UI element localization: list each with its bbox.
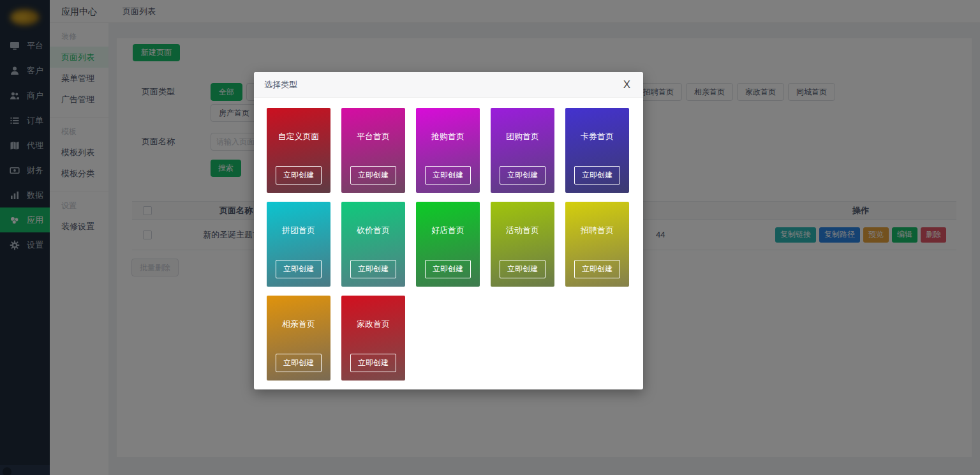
type-card-groupbuy[interactable]: 团购首页 立即创建 <box>491 108 554 193</box>
type-card-platform[interactable]: 平台首页 立即创建 <box>341 108 405 193</box>
create-now-button[interactable]: 立即创建 <box>574 166 620 185</box>
type-card-pintuan[interactable]: 拼团首页 立即创建 <box>267 202 330 287</box>
create-now-button[interactable]: 立即创建 <box>276 166 322 185</box>
type-card-title: 团购首页 <box>506 131 539 142</box>
type-card-title: 活动首页 <box>506 225 539 236</box>
create-now-button[interactable]: 立即创建 <box>350 354 396 372</box>
type-card-flashsale[interactable]: 抢购首页 立即创建 <box>416 108 480 193</box>
type-card-dating[interactable]: 相亲首页 立即创建 <box>267 296 330 381</box>
type-card-grid: 自定义页面 立即创建 平台首页 立即创建 抢购首页 立即创建 团购首页 立即创建… <box>254 98 643 391</box>
type-card-recruit[interactable]: 招聘首页 立即创建 <box>565 202 629 287</box>
modal-title: 选择类型 <box>264 79 297 91</box>
create-now-button[interactable]: 立即创建 <box>425 260 471 278</box>
create-now-button[interactable]: 立即创建 <box>500 166 546 185</box>
type-card-title: 卡券首页 <box>581 131 614 142</box>
type-card-title: 砍价首页 <box>357 225 390 236</box>
type-card-goodshop[interactable]: 好店首页 立即创建 <box>416 202 480 287</box>
create-now-button[interactable]: 立即创建 <box>425 166 471 185</box>
type-card-title: 自定义页面 <box>278 131 320 142</box>
create-now-button[interactable]: 立即创建 <box>276 354 322 372</box>
type-card-coupon[interactable]: 卡券首页 立即创建 <box>565 108 629 193</box>
create-now-button[interactable]: 立即创建 <box>574 260 620 278</box>
type-card-housekeeping[interactable]: 家政首页 立即创建 <box>341 296 405 381</box>
close-icon[interactable]: X <box>621 78 633 91</box>
create-now-button[interactable]: 立即创建 <box>500 260 546 278</box>
type-card-activity[interactable]: 活动首页 立即创建 <box>491 202 554 287</box>
type-card-title: 招聘首页 <box>581 225 614 236</box>
select-type-modal: 选择类型 X 自定义页面 立即创建 平台首页 立即创建 抢购首页 立即创建 团购… <box>254 72 643 389</box>
type-card-title: 好店首页 <box>431 225 464 236</box>
type-card-custom[interactable]: 自定义页面 立即创建 <box>267 108 330 193</box>
type-card-title: 家政首页 <box>357 319 390 330</box>
create-now-button[interactable]: 立即创建 <box>350 166 396 185</box>
type-card-title: 平台首页 <box>357 131 390 142</box>
create-now-button[interactable]: 立即创建 <box>276 260 322 278</box>
modal-header: 选择类型 X <box>254 72 643 98</box>
type-card-title: 抢购首页 <box>431 131 464 142</box>
type-card-bargain[interactable]: 砍价首页 立即创建 <box>341 202 405 287</box>
create-now-button[interactable]: 立即创建 <box>350 260 396 278</box>
type-card-title: 相亲首页 <box>282 319 315 330</box>
type-card-title: 拼团首页 <box>282 225 315 236</box>
